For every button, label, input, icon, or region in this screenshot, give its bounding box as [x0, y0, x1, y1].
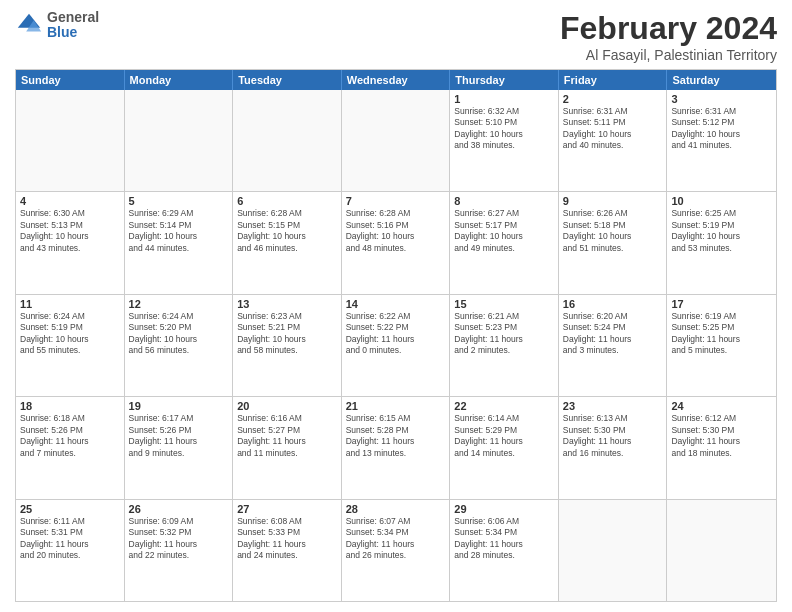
cell-day-number: 13 — [237, 298, 337, 310]
cal-cell: 6Sunrise: 6:28 AM Sunset: 5:15 PM Daylig… — [233, 192, 342, 293]
cell-info: Sunrise: 6:28 AM Sunset: 5:15 PM Dayligh… — [237, 208, 337, 254]
cal-cell: 1Sunrise: 6:32 AM Sunset: 5:10 PM Daylig… — [450, 90, 559, 191]
cal-cell: 26Sunrise: 6:09 AM Sunset: 5:32 PM Dayli… — [125, 500, 234, 601]
page-title: February 2024 — [560, 10, 777, 47]
cal-cell: 13Sunrise: 6:23 AM Sunset: 5:21 PM Dayli… — [233, 295, 342, 396]
cal-cell: 19Sunrise: 6:17 AM Sunset: 5:26 PM Dayli… — [125, 397, 234, 498]
cell-day-number: 10 — [671, 195, 772, 207]
cal-cell: 28Sunrise: 6:07 AM Sunset: 5:34 PM Dayli… — [342, 500, 451, 601]
cell-day-number: 9 — [563, 195, 663, 207]
cell-day-number: 15 — [454, 298, 554, 310]
cell-info: Sunrise: 6:19 AM Sunset: 5:25 PM Dayligh… — [671, 311, 772, 357]
logo-general: General — [47, 9, 99, 25]
cell-day-number: 21 — [346, 400, 446, 412]
cell-info: Sunrise: 6:15 AM Sunset: 5:28 PM Dayligh… — [346, 413, 446, 459]
cal-cell: 17Sunrise: 6:19 AM Sunset: 5:25 PM Dayli… — [667, 295, 776, 396]
cal-cell — [667, 500, 776, 601]
cell-day-number: 7 — [346, 195, 446, 207]
cal-cell: 21Sunrise: 6:15 AM Sunset: 5:28 PM Dayli… — [342, 397, 451, 498]
cal-cell: 9Sunrise: 6:26 AM Sunset: 5:18 PM Daylig… — [559, 192, 668, 293]
cal-header-cell: Saturday — [667, 70, 776, 90]
cal-header-cell: Tuesday — [233, 70, 342, 90]
cal-cell: 24Sunrise: 6:12 AM Sunset: 5:30 PM Dayli… — [667, 397, 776, 498]
cal-header-cell: Sunday — [16, 70, 125, 90]
cell-info: Sunrise: 6:14 AM Sunset: 5:29 PM Dayligh… — [454, 413, 554, 459]
cell-info: Sunrise: 6:31 AM Sunset: 5:11 PM Dayligh… — [563, 106, 663, 152]
cell-info: Sunrise: 6:23 AM Sunset: 5:21 PM Dayligh… — [237, 311, 337, 357]
cell-day-number: 17 — [671, 298, 772, 310]
cal-cell: 27Sunrise: 6:08 AM Sunset: 5:33 PM Dayli… — [233, 500, 342, 601]
cell-info: Sunrise: 6:24 AM Sunset: 5:20 PM Dayligh… — [129, 311, 229, 357]
cal-header-cell: Friday — [559, 70, 668, 90]
cal-row: 25Sunrise: 6:11 AM Sunset: 5:31 PM Dayli… — [16, 499, 776, 601]
logo-icon — [15, 11, 43, 39]
cal-cell: 18Sunrise: 6:18 AM Sunset: 5:26 PM Dayli… — [16, 397, 125, 498]
cal-cell: 10Sunrise: 6:25 AM Sunset: 5:19 PM Dayli… — [667, 192, 776, 293]
cal-row: 18Sunrise: 6:18 AM Sunset: 5:26 PM Dayli… — [16, 396, 776, 498]
cell-day-number: 16 — [563, 298, 663, 310]
cell-day-number: 19 — [129, 400, 229, 412]
cell-info: Sunrise: 6:13 AM Sunset: 5:30 PM Dayligh… — [563, 413, 663, 459]
cell-info: Sunrise: 6:26 AM Sunset: 5:18 PM Dayligh… — [563, 208, 663, 254]
cal-cell: 4Sunrise: 6:30 AM Sunset: 5:13 PM Daylig… — [16, 192, 125, 293]
cal-cell: 22Sunrise: 6:14 AM Sunset: 5:29 PM Dayli… — [450, 397, 559, 498]
cell-day-number: 24 — [671, 400, 772, 412]
cal-cell: 7Sunrise: 6:28 AM Sunset: 5:16 PM Daylig… — [342, 192, 451, 293]
cell-info: Sunrise: 6:07 AM Sunset: 5:34 PM Dayligh… — [346, 516, 446, 562]
cal-row: 1Sunrise: 6:32 AM Sunset: 5:10 PM Daylig… — [16, 90, 776, 191]
cell-day-number: 23 — [563, 400, 663, 412]
cell-info: Sunrise: 6:11 AM Sunset: 5:31 PM Dayligh… — [20, 516, 120, 562]
cell-day-number: 20 — [237, 400, 337, 412]
logo: General Blue — [15, 10, 99, 41]
cell-info: Sunrise: 6:28 AM Sunset: 5:16 PM Dayligh… — [346, 208, 446, 254]
cell-info: Sunrise: 6:09 AM Sunset: 5:32 PM Dayligh… — [129, 516, 229, 562]
cal-cell: 15Sunrise: 6:21 AM Sunset: 5:23 PM Dayli… — [450, 295, 559, 396]
cal-cell: 29Sunrise: 6:06 AM Sunset: 5:34 PM Dayli… — [450, 500, 559, 601]
cell-info: Sunrise: 6:08 AM Sunset: 5:33 PM Dayligh… — [237, 516, 337, 562]
cal-header-cell: Monday — [125, 70, 234, 90]
cell-info: Sunrise: 6:12 AM Sunset: 5:30 PM Dayligh… — [671, 413, 772, 459]
cal-cell: 8Sunrise: 6:27 AM Sunset: 5:17 PM Daylig… — [450, 192, 559, 293]
cal-cell — [125, 90, 234, 191]
cell-info: Sunrise: 6:17 AM Sunset: 5:26 PM Dayligh… — [129, 413, 229, 459]
cell-day-number: 5 — [129, 195, 229, 207]
cell-day-number: 14 — [346, 298, 446, 310]
cal-cell: 14Sunrise: 6:22 AM Sunset: 5:22 PM Dayli… — [342, 295, 451, 396]
cal-cell: 23Sunrise: 6:13 AM Sunset: 5:30 PM Dayli… — [559, 397, 668, 498]
cell-day-number: 1 — [454, 93, 554, 105]
cell-info: Sunrise: 6:25 AM Sunset: 5:19 PM Dayligh… — [671, 208, 772, 254]
cal-cell: 20Sunrise: 6:16 AM Sunset: 5:27 PM Dayli… — [233, 397, 342, 498]
cal-cell: 3Sunrise: 6:31 AM Sunset: 5:12 PM Daylig… — [667, 90, 776, 191]
cell-day-number: 25 — [20, 503, 120, 515]
cal-cell: 11Sunrise: 6:24 AM Sunset: 5:19 PM Dayli… — [16, 295, 125, 396]
cell-info: Sunrise: 6:32 AM Sunset: 5:10 PM Dayligh… — [454, 106, 554, 152]
cal-cell: 25Sunrise: 6:11 AM Sunset: 5:31 PM Dayli… — [16, 500, 125, 601]
cell-info: Sunrise: 6:22 AM Sunset: 5:22 PM Dayligh… — [346, 311, 446, 357]
cell-info: Sunrise: 6:18 AM Sunset: 5:26 PM Dayligh… — [20, 413, 120, 459]
cal-row: 4Sunrise: 6:30 AM Sunset: 5:13 PM Daylig… — [16, 191, 776, 293]
cell-day-number: 8 — [454, 195, 554, 207]
cell-info: Sunrise: 6:29 AM Sunset: 5:14 PM Dayligh… — [129, 208, 229, 254]
calendar-header: SundayMondayTuesdayWednesdayThursdayFrid… — [16, 70, 776, 90]
cell-day-number: 2 — [563, 93, 663, 105]
cell-day-number: 4 — [20, 195, 120, 207]
cell-day-number: 6 — [237, 195, 337, 207]
cell-info: Sunrise: 6:31 AM Sunset: 5:12 PM Dayligh… — [671, 106, 772, 152]
cell-info: Sunrise: 6:27 AM Sunset: 5:17 PM Dayligh… — [454, 208, 554, 254]
cal-cell: 5Sunrise: 6:29 AM Sunset: 5:14 PM Daylig… — [125, 192, 234, 293]
cell-info: Sunrise: 6:06 AM Sunset: 5:34 PM Dayligh… — [454, 516, 554, 562]
cell-day-number: 18 — [20, 400, 120, 412]
cell-day-number: 26 — [129, 503, 229, 515]
cell-info: Sunrise: 6:20 AM Sunset: 5:24 PM Dayligh… — [563, 311, 663, 357]
cal-row: 11Sunrise: 6:24 AM Sunset: 5:19 PM Dayli… — [16, 294, 776, 396]
cell-info: Sunrise: 6:21 AM Sunset: 5:23 PM Dayligh… — [454, 311, 554, 357]
cal-cell: 12Sunrise: 6:24 AM Sunset: 5:20 PM Dayli… — [125, 295, 234, 396]
cell-info: Sunrise: 6:16 AM Sunset: 5:27 PM Dayligh… — [237, 413, 337, 459]
cal-cell — [559, 500, 668, 601]
cal-cell — [342, 90, 451, 191]
title-block: February 2024 Al Fasayil, Palestinian Te… — [560, 10, 777, 63]
cell-day-number: 28 — [346, 503, 446, 515]
logo-blue: Blue — [47, 24, 77, 40]
cell-day-number: 3 — [671, 93, 772, 105]
header: General Blue February 2024 Al Fasayil, P… — [15, 10, 777, 63]
